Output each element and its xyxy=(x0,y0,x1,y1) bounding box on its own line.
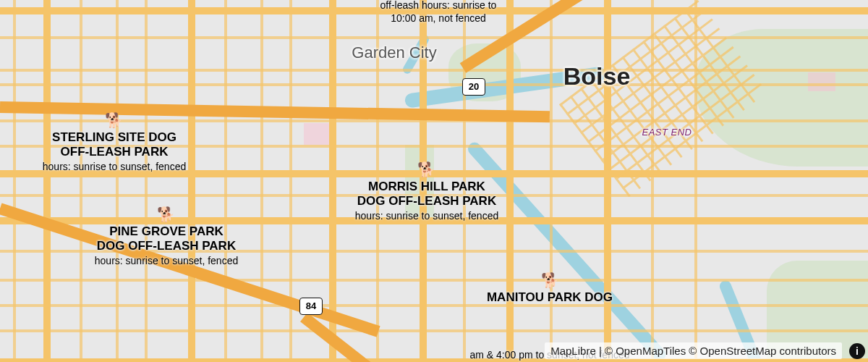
label-city-garden-city: Garden City xyxy=(352,43,436,62)
attribution-link-maplibre[interactable]: MapLibre xyxy=(550,345,596,357)
map-viewport[interactable]: Boise Garden City EAST END 20 84 off-lea… xyxy=(0,0,868,362)
shield-i84: 84 xyxy=(299,298,323,315)
info-icon[interactable]: i xyxy=(849,343,865,359)
attribution-link-osm[interactable]: © OpenMapTiles © OpenStreetMap contribut… xyxy=(605,345,836,357)
dog-icon[interactable]: 🐕 xyxy=(541,272,559,289)
attribution-bar: MapLibre | © OpenMapTiles © OpenStreetMa… xyxy=(545,342,865,359)
dog-icon[interactable]: 🐕 xyxy=(105,111,123,129)
label-district-east-end: EAST END xyxy=(642,127,692,138)
dog-icon[interactable]: 🐕 xyxy=(157,206,175,223)
dog-icon[interactable]: 🐕 xyxy=(417,161,435,178)
attribution-text: MapLibre | © OpenMapTiles © OpenStreetMa… xyxy=(545,342,842,359)
shield-us20: 20 xyxy=(462,78,485,96)
label-city-boise: Boise xyxy=(563,62,631,90)
